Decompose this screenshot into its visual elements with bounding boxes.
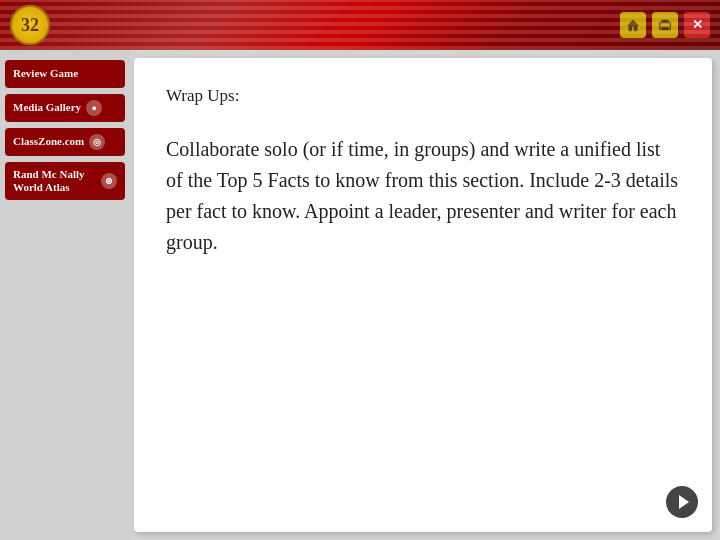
classzone-icon: ◎ bbox=[89, 134, 105, 150]
content-panel: Wrap Ups: Collaborate solo (or if time, … bbox=[134, 58, 712, 532]
content-body: Collaborate solo (or if time, in groups)… bbox=[166, 134, 680, 258]
sidebar-item-review-game[interactable]: Review Game bbox=[5, 60, 125, 88]
home-button[interactable] bbox=[620, 12, 646, 38]
sidebar-item-media-gallery[interactable]: Media Gallery ● bbox=[5, 94, 125, 122]
content-title: Wrap Ups: bbox=[166, 86, 680, 106]
close-button[interactable]: ✕ bbox=[684, 12, 710, 38]
print-icon bbox=[658, 18, 672, 32]
media-gallery-icon: ● bbox=[86, 100, 102, 116]
sidebar: Review Game Media Gallery ● ClassZone.co… bbox=[0, 50, 130, 540]
main-area: Review Game Media Gallery ● ClassZone.co… bbox=[0, 50, 720, 540]
rand-mcnally-icon: ⊕ bbox=[101, 173, 117, 189]
top-bar: 32 ✕ bbox=[0, 0, 720, 50]
next-button[interactable] bbox=[666, 486, 698, 518]
sidebar-item-classzone[interactable]: ClassZone.com ◎ bbox=[5, 128, 125, 156]
print-button[interactable] bbox=[652, 12, 678, 38]
home-icon bbox=[626, 18, 640, 32]
page-number: 32 bbox=[21, 15, 39, 36]
top-icons: ✕ bbox=[620, 12, 710, 38]
close-icon: ✕ bbox=[692, 17, 703, 33]
app-container: 32 ✕ Review Game bbox=[0, 0, 720, 540]
svg-marker-0 bbox=[627, 20, 639, 31]
page-number-badge: 32 bbox=[10, 5, 50, 45]
sidebar-item-rand-mcnally[interactable]: Rand Mc Nally World Atlas ⊕ bbox=[5, 162, 125, 200]
svg-rect-3 bbox=[662, 27, 669, 31]
svg-rect-2 bbox=[662, 20, 669, 24]
